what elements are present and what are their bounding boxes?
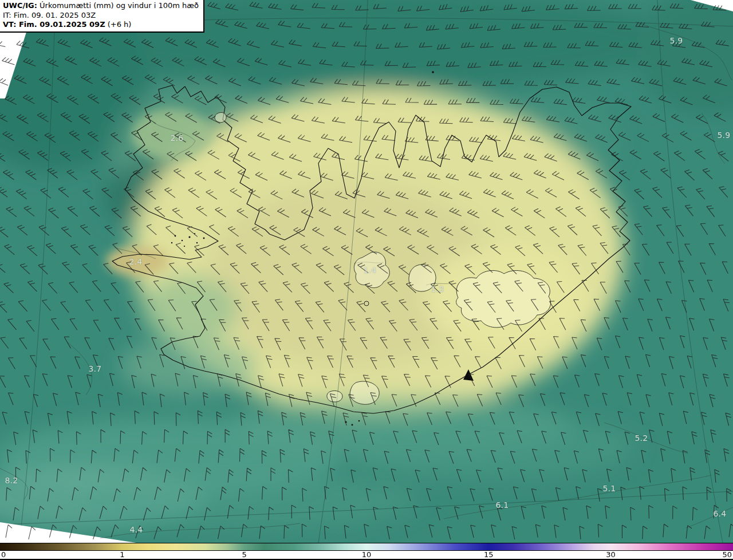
colorbar-tick: 50 [723,551,732,559]
colorbar-tick: 0 [1,551,6,559]
colorbar-tick: 15 [484,551,494,559]
init-time: IT: Fim. 09. 01. 2025 03Z [3,11,199,21]
weather-map: 5.95.92.62.41.41.33.75.28.25.16.16.44.4 [0,0,733,543]
hofsjokull-outline [409,265,436,291]
precipitation-wind-field [0,0,733,543]
valid-time-line: VT: Fim. 09.01.2025 09Z (+6 h) [3,20,199,30]
colorbar-tick: 10 [362,551,372,559]
map-title: Úrkomumætti (mm) og vindur i 100m hæð [40,1,199,10]
colorbar-gradient [0,543,733,551]
colorbar-tick: 30 [606,551,616,559]
colorbar-ticks: 01510153050 [0,551,733,560]
forecast-header: UWC/IG: Úrkomumætti (mm) og vindur i 100… [0,0,204,33]
header-title-line: UWC/IG: Úrkomumætti (mm) og vindur i 100… [3,1,199,11]
model-label: UWC/IG: [3,1,37,10]
colorbar-tick: 1 [120,551,124,559]
valid-offset: (+6 h) [108,20,132,29]
eyjafjallajokull-outline [327,391,342,402]
drangajokull-outline [215,112,226,122]
colorbar-tick: 5 [242,551,246,559]
myrdalsjokull-outline [350,381,379,404]
valid-time: VT: Fim. 09.01.2025 09Z [3,20,105,29]
colorbar: 01510153050 [0,543,733,560]
